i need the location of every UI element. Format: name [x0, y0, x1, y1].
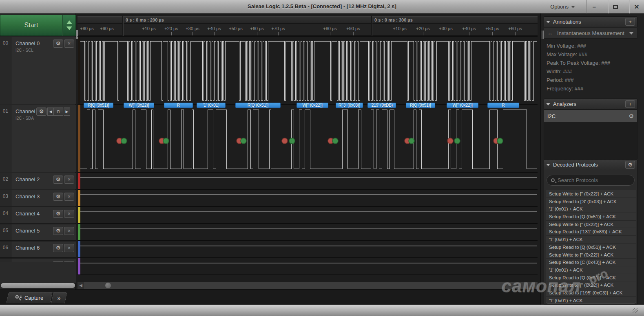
decoded-protocol-row[interactable]: Setup Write to [" (0x22)] + ACK — [546, 190, 636, 198]
channel-remove-button[interactable]: × — [64, 210, 74, 218]
channel-settings-button[interactable]: ⚙ — [53, 210, 63, 218]
search-protocols-input[interactable]: Search Protocols — [547, 175, 635, 186]
decoded-protocol-row[interactable]: '1' (0x01) + ACK — [546, 205, 636, 213]
decoded-protocol-row[interactable]: Setup Read to [Q (0x51)] + ACK — [546, 213, 636, 221]
annotations-header[interactable]: Annotations + — [544, 16, 637, 27]
decoded-protocol-row[interactable]: Setup Read to [C (0x43)] + ACK — [546, 259, 636, 266]
channel-index: 03 — [0, 190, 11, 206]
timeline-tick-mark — [446, 32, 446, 35]
add-analyzer-button[interactable]: + — [625, 100, 635, 108]
channel-row-2[interactable]: 02Channel 2⚙× — [0, 173, 76, 189]
timeline-tick-label: +60 µs — [508, 26, 522, 31]
i2c-decode-bubble[interactable]: '219' (0xDB) — [367, 103, 396, 108]
i2c-decode-bubble[interactable]: R[Q (0x51)] — [84, 103, 113, 108]
i2c-decode-bubble[interactable]: R[Q (0x51)] — [235, 103, 281, 108]
trigger-next-button[interactable]: ▶ — [64, 108, 70, 116]
i2c-start-marker — [241, 138, 246, 144]
start-options-button[interactable] — [62, 15, 76, 36]
channel-settings-button[interactable]: ⚙ — [36, 108, 46, 116]
channel-remove-button[interactable]: × — [64, 227, 74, 235]
analyzer-item-i2c[interactable]: I2C ⚙ — [544, 110, 637, 122]
minimize-button[interactable]: – — [586, 0, 602, 13]
timeline-tick-mark — [492, 32, 493, 35]
timeline-tick-label: +40 µs — [207, 26, 221, 31]
start-button[interactable]: Start — [0, 15, 62, 36]
timeline-tick-mark — [278, 32, 279, 35]
decoded-protocols-title: Decoded Protocols — [553, 162, 622, 168]
decoded-protocol-row[interactable]: Setup Write to [" (0x22)] + ACK — [546, 221, 636, 228]
maximize-icon — [613, 5, 618, 9]
timeline-tick-label: +30 µs — [186, 26, 199, 31]
decoded-protocol-row[interactable]: '1' (0x01) + ACK — [546, 297, 636, 304]
measurement-label: Instantaneous Measurement — [553, 30, 629, 36]
timeline-tick-mark — [171, 32, 172, 35]
channel-settings-button[interactable]: ⚙ — [53, 193, 63, 201]
channel-panel-scrollbar[interactable] — [1, 283, 75, 288]
decoded-protocol-row[interactable]: Setup Read to [Q (0x51)] + ACK — [546, 274, 636, 282]
trigger-pulse-button[interactable]: ⊓ — [53, 108, 63, 116]
timeline-tick-mark — [515, 32, 516, 35]
scroll-left-button[interactable]: ◀ — [77, 282, 84, 289]
move-icon: ↔ — [547, 30, 553, 36]
i2c-start-marker — [332, 138, 338, 144]
decoded-settings-button[interactable]: ⚙ — [625, 161, 635, 169]
channel-name: Channel 3 — [15, 193, 40, 200]
channel-row-3[interactable]: 03Channel 3⚙× — [0, 190, 76, 206]
channel-remove-button[interactable]: × — [64, 193, 74, 201]
i2c-decode-bubble[interactable]: W[" (0x22)] — [124, 103, 154, 108]
channel-remove-button[interactable]: × — [64, 40, 74, 48]
i2c-decode-bubble[interactable]: R['3' (0x03)] — [336, 103, 363, 108]
timeline-tick-label: +80 µs — [80, 26, 94, 31]
close-button[interactable]: ✕ — [629, 0, 644, 13]
channel-remove-button[interactable]: × — [64, 176, 74, 184]
channel-settings-button[interactable]: ⚙ — [53, 244, 63, 252]
add-annotation-button[interactable]: + — [625, 18, 635, 26]
channel-row-4[interactable]: 04Channel 4⚙× — [0, 207, 76, 224]
waveform-canvas[interactable] — [77, 36, 538, 283]
channel-settings-button[interactable]: ⚙ — [53, 227, 63, 235]
decoded-protocol-row[interactable]: '1' (0x01) + ACK — [546, 236, 636, 244]
decoded-protocol-row[interactable]: Setup Read to [Q (0x51)] + ACK — [546, 244, 636, 251]
search-icon — [551, 178, 555, 182]
gear-icon[interactable]: ⚙ — [629, 113, 634, 119]
timeline-tick-mark — [330, 32, 330, 35]
channel-settings-button[interactable]: ⚙ — [53, 40, 63, 48]
decoded-protocol-row[interactable]: Setup Write to [" (0x22)] + ACK — [546, 251, 636, 259]
resize-grip-icon[interactable] — [633, 308, 638, 313]
decoded-protocol-row[interactable]: Setup Read to ['195' (0xC3)] + ACK — [546, 289, 636, 297]
i2c-decode-bubble[interactable]: W[" (0x22)] — [297, 103, 328, 108]
double-chevron-icon: » — [58, 295, 61, 301]
i2c-decode-bubble[interactable]: W[" (0x22)] — [447, 103, 478, 108]
chevron-down-icon — [66, 26, 72, 30]
i2c-decode-bubble[interactable]: R[Q (0x51)] — [406, 103, 435, 108]
channel-row-0[interactable]: 00Channel 0I2C - SCL⚙× — [0, 37, 76, 104]
side-panel: Annotations + ↔ Instantaneous Measuremen… — [540, 13, 644, 305]
channel-row-1[interactable]: 01Channel 1I2C - SDA⚙◀⊓▶ — [0, 105, 76, 172]
decoded-protocols-list[interactable]: Setup Write to [" (0x22)] + ACKSetup Rea… — [546, 190, 636, 304]
decoded-protocol-row[interactable]: Setup Write to [" (0x22)] + ACK — [546, 281, 636, 289]
capture-tab[interactable]: Capture — [6, 292, 53, 303]
i2c-decode-bubble[interactable]: R — [487, 103, 519, 108]
maximize-button[interactable] — [608, 0, 623, 13]
i2c-decode-bubble[interactable]: '1' (0x01) — [197, 103, 226, 108]
i2c-decode-bubble[interactable]: R — [164, 103, 193, 108]
instantaneous-measurement-row[interactable]: ↔ Instantaneous Measurement — [544, 28, 637, 39]
analyzers-header[interactable]: Analyzers + — [544, 99, 637, 110]
tab-expand-button[interactable]: » — [51, 292, 67, 303]
channel-row-6[interactable]: 06Channel 6⚙× — [0, 241, 76, 258]
chevron-up-icon — [66, 20, 72, 24]
trigger-prev-button[interactable]: ◀ — [47, 108, 54, 116]
decoded-protocols-header[interactable]: Decoded Protocols ⚙ — [544, 159, 637, 170]
scl-waveform — [80, 41, 537, 100]
scrollbar-thumb[interactable] — [105, 283, 111, 288]
channel-row-5[interactable]: 05Channel 5⚙× — [0, 224, 76, 241]
waveform-area[interactable]: 0 s : 0 ms : 200 µs0 s : 0 ms : 300 µs+8… — [76, 13, 540, 290]
decoded-protocol-row[interactable]: '1' (0x01) + ACK — [546, 266, 636, 274]
horizontal-scrollbar[interactable] — [84, 282, 538, 289]
title-bar[interactable]: Saleae Logic 1.2.5 Beta - [Connected] - … — [0, 0, 644, 13]
decoded-protocol-row[interactable]: Setup Read to ['131' (0x83)] + ACK — [546, 228, 636, 236]
channel-settings-button[interactable]: ⚙ — [53, 176, 63, 184]
decoded-protocol-row[interactable]: Setup Read to ['3' (0x03)] + ACK — [546, 198, 636, 206]
channel-remove-button[interactable]: × — [64, 244, 74, 252]
options-button[interactable]: Options — [544, 0, 581, 13]
